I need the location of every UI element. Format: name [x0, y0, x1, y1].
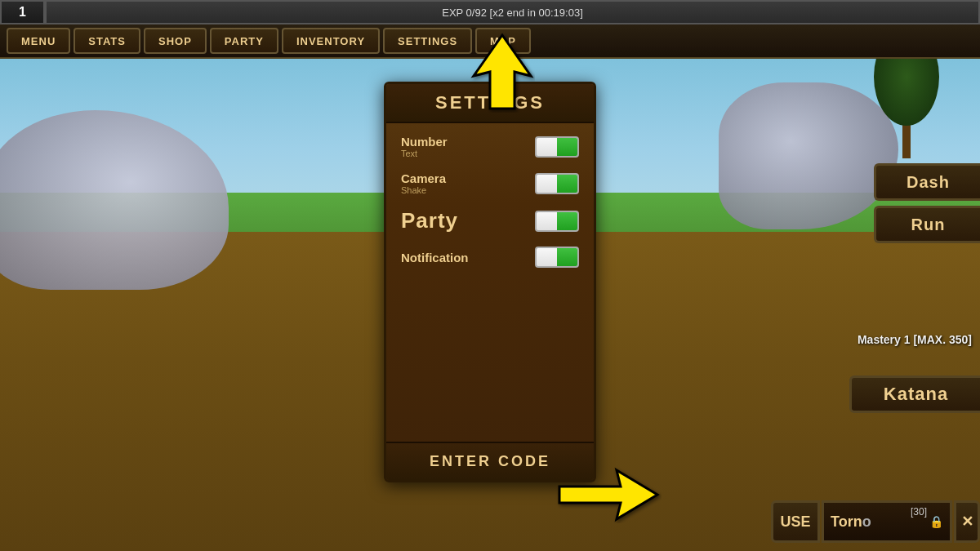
setting-row-notification: Notification: [401, 247, 579, 268]
mastery-text: Mastery 1 [MAX. 350]: [858, 333, 972, 346]
nav-button-inventory[interactable]: INVENTORY: [282, 28, 380, 54]
toggle-white-part: [537, 175, 558, 193]
toggle-green-part: [557, 248, 577, 266]
setting-row-party: Party: [401, 208, 579, 233]
toggle-green-part: [557, 175, 577, 193]
svg-marker-1: [559, 470, 657, 519]
svg-marker-0: [474, 35, 531, 109]
setting-label-main: Number: [401, 135, 448, 149]
toggle-party[interactable]: [535, 211, 579, 232]
right-panel: Dash Run: [874, 163, 980, 243]
nav-button-party[interactable]: PARTY: [210, 28, 278, 54]
level-number: 1: [19, 5, 26, 20]
setting-sublabel: Text: [401, 149, 448, 158]
settings-body: Number Text Camera Shake Party: [386, 123, 594, 442]
nav-button-shop[interactable]: SHOP: [144, 28, 207, 54]
setting-label-party: Party: [401, 208, 458, 233]
run-button[interactable]: Run: [874, 206, 980, 243]
setting-row-camera-shake: Camera Shake: [401, 171, 579, 195]
toggle-number-text[interactable]: [535, 136, 579, 158]
setting-label-camera-shake: Camera Shake: [401, 171, 446, 195]
setting-label-number-text: Number Text: [401, 135, 448, 158]
item-count: [30]: [911, 506, 927, 518]
bottom-item-bar: USE Torno [30] 🔒 ✕: [771, 500, 980, 543]
nav-button-menu[interactable]: MENU: [7, 28, 70, 54]
close-item-button[interactable]: ✕: [954, 500, 980, 543]
setting-label-camera: Camera: [401, 171, 446, 185]
item-name: Torno: [831, 513, 871, 531]
arrow-right-indicator: [555, 466, 662, 527]
level-box: 1: [0, 0, 45, 24]
use-button[interactable]: USE: [771, 500, 820, 543]
nav-button-settings[interactable]: SETTINGS: [383, 28, 472, 54]
toggle-green-part: [557, 138, 577, 156]
nav-button-stats[interactable]: STATS: [74, 28, 140, 54]
setting-sublabel-shake: Shake: [401, 185, 446, 195]
enter-code-label: ENTER CODE: [430, 453, 550, 469]
exp-bar: 1 EXP 0/92 [x2 end in 00:19:03]: [0, 0, 980, 24]
toggle-green-part: [557, 212, 577, 230]
toggle-camera-shake[interactable]: [535, 173, 579, 194]
toggle-white-part: [537, 212, 558, 230]
toggle-white-part: [537, 248, 558, 266]
settings-panel: SETTINGS Number Text Camera Shake: [384, 82, 596, 482]
exp-text: EXP 0/92 [x2 end in 00:19:03]: [45, 0, 980, 24]
item-slot: Torno [30] 🔒: [822, 500, 952, 543]
toggle-notification[interactable]: [535, 247, 579, 268]
katana-button[interactable]: Katana: [849, 375, 980, 413]
setting-row-number-text: Number Text: [401, 135, 579, 158]
setting-label-notification: Notification: [401, 251, 469, 264]
lock-icon: 🔒: [929, 515, 943, 528]
toggle-white-part: [537, 138, 558, 156]
dash-button[interactable]: Dash: [874, 163, 980, 201]
